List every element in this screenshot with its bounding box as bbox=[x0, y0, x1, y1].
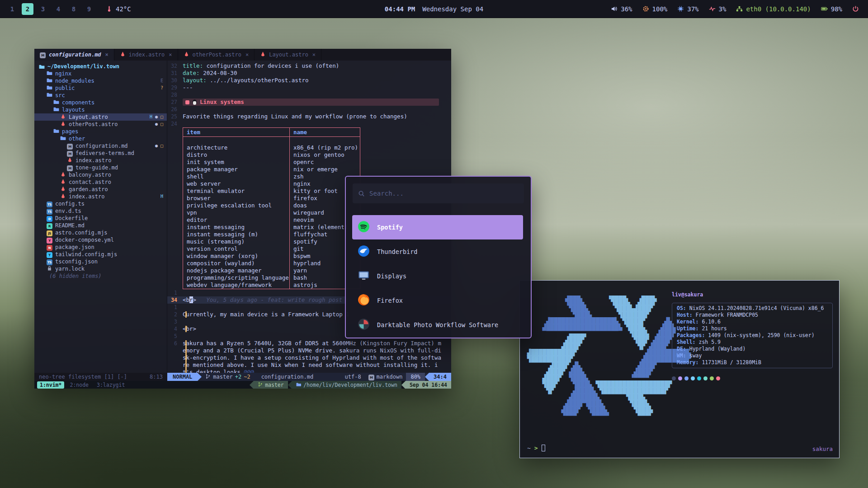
close-icon[interactable]: × bbox=[169, 51, 172, 58]
tree-item[interactable]: index.astroH bbox=[34, 193, 167, 200]
tree-item[interactable]: Mconfiguration.md●□ bbox=[34, 142, 167, 150]
tab-Layout.astro[interactable]: Layout.astro× bbox=[255, 49, 321, 61]
power-module[interactable] bbox=[852, 5, 859, 12]
tree-item[interactable]: Layout.astroH●□ bbox=[34, 113, 167, 121]
nixos-logo-line: ▟███▛▜███▙ ▜███▙ bbox=[527, 400, 691, 406]
tree-item[interactable]: src bbox=[34, 92, 167, 99]
cpu-value: 3% bbox=[719, 5, 726, 13]
chip-icon bbox=[677, 5, 684, 12]
tree-item[interactable]: otherPost.astro●□ bbox=[34, 121, 167, 128]
workspace-1[interactable]: 1 bbox=[6, 3, 18, 15]
buffer-line[interactable]: 30layout: ../../layouts/otherPost.astro bbox=[167, 77, 451, 84]
workspace-2[interactable]: 2 bbox=[22, 3, 33, 15]
tree-item[interactable]: yarn.lock bbox=[34, 265, 167, 272]
tree-item-label: contact.astro bbox=[69, 178, 111, 186]
buffer-text: <br> bbox=[183, 325, 196, 333]
network-module[interactable]: eth0 (10.0.0.140) bbox=[736, 5, 811, 13]
buffer-line[interactable]: 24 bbox=[167, 120, 451, 127]
tree-item[interactable]: contact.astro bbox=[34, 178, 167, 186]
close-icon[interactable]: × bbox=[105, 51, 108, 58]
nixos-logo-line: ▗▄▄▄ ▗▄▄▄▄ ▄▄▄▖ bbox=[527, 292, 691, 299]
tab-otherPost.astro[interactable]: otherPost.astro× bbox=[178, 49, 255, 61]
workspace-9[interactable]: 9 bbox=[83, 3, 95, 15]
tree-item[interactable]: TSconfig.ts bbox=[34, 200, 167, 207]
launcher-item-label: Spotify bbox=[377, 224, 403, 231]
powerline-separator bbox=[401, 381, 406, 389]
launcher-item-displays[interactable]: Displays bbox=[352, 264, 523, 288]
line-number: 6 bbox=[167, 340, 183, 373]
memory-module[interactable]: 37% bbox=[677, 5, 698, 13]
ethernet-icon bbox=[736, 5, 743, 12]
battery-module[interactable]: 98% bbox=[821, 5, 842, 13]
buffer-line[interactable]: 25Favorite things regarding Linux and my… bbox=[167, 113, 451, 120]
tree-item[interactable]: DDockerfile bbox=[34, 215, 167, 222]
tree-item[interactable]: layouts bbox=[34, 106, 167, 113]
fetch-row: Kernel: 6.10.6 bbox=[677, 319, 828, 325]
tree-item[interactable]: nginx bbox=[34, 70, 167, 77]
tmux-window-2:node[interactable]: 2:node bbox=[67, 381, 91, 389]
workspace-4[interactable]: 4 bbox=[52, 3, 64, 15]
buffer-line[interactable]: 29--- bbox=[167, 84, 451, 91]
search-input[interactable] bbox=[369, 190, 519, 197]
volume-module[interactable]: 36% bbox=[611, 5, 632, 13]
table-row: vpnwireguard bbox=[183, 209, 360, 216]
tree-root[interactable]: ~/Development/liv.town bbox=[34, 63, 167, 70]
tmux-window-3:lazygit[interactable]: 3:lazygit bbox=[94, 381, 127, 389]
tree-item[interactable]: pages bbox=[34, 128, 167, 135]
palette-dot bbox=[710, 376, 714, 380]
launcher-item-label: Darktable Photo Workflow Software bbox=[377, 321, 498, 328]
tree-item[interactable]: index.astro bbox=[34, 157, 167, 164]
tree-item[interactable]: TSenv.d.ts bbox=[34, 207, 167, 215]
tree-item[interactable]: other bbox=[34, 135, 167, 142]
shell-prompt[interactable]: ~ > bbox=[527, 445, 545, 451]
launcher-item-firefox[interactable]: Firefox bbox=[352, 288, 523, 313]
git-branch-icon bbox=[258, 381, 263, 389]
buffer-line[interactable]: 28 bbox=[167, 91, 451, 99]
workspace-8[interactable]: 8 bbox=[68, 3, 80, 15]
tree-item[interactable]: components bbox=[34, 99, 167, 106]
launcher-item-spotify[interactable]: Spotify bbox=[352, 215, 523, 239]
git-modified: ~2 bbox=[244, 373, 250, 380]
launcher-item-thunderbird[interactable]: Thunderbird bbox=[352, 239, 523, 264]
tree-item[interactable]: node_modulesE bbox=[34, 77, 167, 84]
buffer-line[interactable]: 31date: 2024-08-30 bbox=[167, 70, 451, 77]
brightness-module[interactable]: 100% bbox=[642, 5, 668, 13]
tree-item[interactable]: Ydocker-compose.yml bbox=[34, 236, 167, 244]
buffer-line[interactable]: 26 bbox=[167, 106, 451, 113]
tree-item[interactable]: Ttailwind.config.mjs bbox=[34, 251, 167, 258]
workspace-3[interactable]: 3 bbox=[37, 3, 49, 15]
frontmatter-value: ../../layouts/otherPost.astro bbox=[207, 77, 309, 84]
close-icon[interactable]: × bbox=[245, 51, 249, 58]
tree-item[interactable]: Npackage.json bbox=[34, 244, 167, 251]
tmux-window-1:nvim*[interactable]: 1:nvim* bbox=[37, 381, 64, 389]
clock-module[interactable]: 04:44 PM Wednesday Sep 04 bbox=[385, 5, 483, 13]
tree-item[interactable]: Mfediverse-terms.md bbox=[34, 150, 167, 157]
volume-value: 36% bbox=[621, 5, 632, 13]
folder-icon bbox=[39, 64, 45, 70]
tree-item[interactable]: (6 hidden items) bbox=[34, 272, 167, 280]
status-bar: 123489 42°C 04:44 PM Wednesday Sep 04 36… bbox=[0, 0, 868, 18]
astro-icon bbox=[260, 51, 266, 59]
power-icon bbox=[852, 5, 859, 12]
buffer-line[interactable]: 6sakura has a Ryzen 5 7640U, 32GB of DDR… bbox=[167, 340, 451, 373]
git-change-marker bbox=[185, 326, 187, 332]
tree-item[interactable]: public? bbox=[34, 84, 167, 92]
tab-index.astro[interactable]: index.astro× bbox=[114, 49, 178, 61]
penguin-emoji bbox=[193, 99, 197, 105]
launcher-item-darktable[interactable]: Darktable Photo Workflow Software bbox=[352, 313, 523, 337]
palette-dot bbox=[703, 376, 708, 380]
line-number: 30 bbox=[167, 77, 183, 84]
cpu-module[interactable]: 3% bbox=[709, 5, 726, 13]
tree-item[interactable]: RREADME.md bbox=[34, 222, 167, 229]
buffer-line[interactable]: 27Linux systems bbox=[167, 99, 451, 106]
close-icon[interactable]: × bbox=[312, 51, 316, 58]
tree-item[interactable]: JSastro.config.mjs bbox=[34, 229, 167, 236]
tree-item[interactable]: garden.astro bbox=[34, 186, 167, 193]
terminal-window[interactable]: ▗▄▄▄ ▗▄▄▄▄ ▄▄▄▖ ▜███▙ ▜███▙ ▟███▛ ▜███▙ … bbox=[519, 280, 840, 458]
tree-item[interactable]: balcony.astro bbox=[34, 171, 167, 178]
buffer-line[interactable]: 32title: configuration for devices i use… bbox=[167, 62, 451, 70]
tree-item[interactable]: TStsconfig.json bbox=[34, 258, 167, 265]
temperature-module[interactable]: 42°C bbox=[106, 5, 131, 13]
tree-item[interactable]: Mtone-guide.md bbox=[34, 164, 167, 171]
tab-configuration.md[interactable]: Mconfiguration.md× bbox=[34, 49, 114, 61]
